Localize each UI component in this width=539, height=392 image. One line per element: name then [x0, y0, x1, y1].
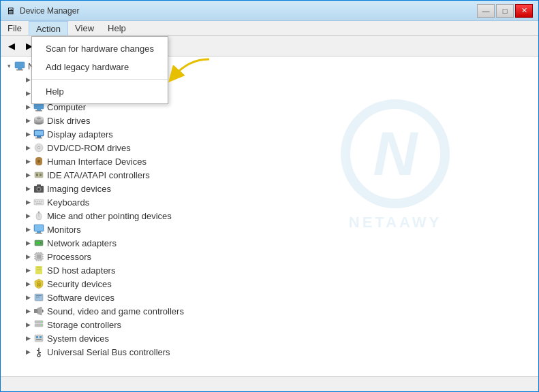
security-expand: ▶: [22, 278, 33, 289]
tree-label-network: Network adapters: [47, 238, 117, 248]
tree-item-sd[interactable]: ▶ SD host adapters: [1, 263, 538, 277]
menu-view[interactable]: View: [68, 21, 101, 35]
imaging-expand: ▶: [22, 183, 33, 194]
svg-rect-21: [35, 131, 43, 135]
root-expand-icon: ▾: [3, 61, 14, 71]
svg-rect-54: [37, 255, 41, 259]
tree-label-keyboards: Keyboards: [47, 197, 89, 208]
tree-item-processors[interactable]: ▶: [1, 250, 538, 263]
tree-label-sd: SD host adapters: [47, 265, 115, 276]
svg-rect-30: [36, 174, 38, 176]
title-bar-left: 🖥 Device Manager: [6, 5, 79, 16]
security-icon: [33, 278, 44, 289]
sd-icon: [33, 265, 44, 276]
hid-expand: ▶: [22, 156, 33, 167]
maximize-button[interactable]: □: [496, 4, 514, 18]
mice-expand: ▶: [22, 210, 33, 221]
svg-point-50: [36, 242, 37, 244]
title-bar: 🖥 Device Manager — □ ✕: [1, 1, 538, 21]
tree-item-storage[interactable]: ▶ Storage controllers: [1, 318, 538, 331]
svg-rect-40: [41, 201, 42, 202]
svg-point-34: [37, 188, 40, 191]
sd-expand: ▶: [22, 265, 33, 276]
tree-label-display: Display adapters: [47, 129, 113, 140]
tree-label-sound: Sound, video and game controllers: [47, 306, 184, 316]
close-button[interactable]: ✕: [515, 4, 533, 18]
minimize-button[interactable]: —: [477, 4, 495, 18]
svg-rect-82: [40, 336, 42, 338]
main-content: N NETAAWY ▾ NETAAWY-PC ▶: [1, 56, 538, 376]
watermark: N NETAAWY: [293, 97, 497, 233]
processors-icon: [33, 251, 44, 262]
software-icon: [33, 292, 44, 303]
tree-label-disk: Disk drives: [47, 116, 91, 126]
svg-rect-37: [35, 201, 36, 202]
svg-rect-73: [36, 295, 42, 296]
tree-item-usb[interactable]: ▶ Universal Serial Bus controllers: [1, 345, 538, 359]
system-expand: ▶: [22, 333, 33, 344]
network-icon: [33, 238, 44, 248]
device-manager-window: 🖥 Device Manager — □ ✕ File Action View …: [0, 0, 539, 392]
dropdown-help[interactable]: Help: [32, 82, 168, 101]
tree-label-system: System devices: [47, 333, 109, 344]
watermark-text: NETAAWY: [349, 214, 442, 231]
tree-label-storage: Storage controllers: [47, 320, 121, 330]
window-controls: — □ ✕: [477, 4, 533, 18]
svg-rect-85: [37, 350, 39, 351]
display-icon: [33, 129, 44, 140]
svg-rect-38: [37, 201, 38, 202]
svg-rect-47: [37, 231, 41, 233]
ide-expand: ▶: [22, 169, 33, 180]
mice-icon: [33, 210, 44, 221]
svg-rect-15: [35, 110, 42, 112]
tree-item-software[interactable]: ▶ Software devices: [1, 291, 538, 304]
dropdown-legacy[interactable]: Add legacy hardware: [32, 58, 168, 76]
tree-item-network[interactable]: ▶ Network adapters: [1, 236, 538, 250]
tree-label-monitors: Monitors: [47, 225, 81, 235]
imaging-icon: [33, 183, 44, 194]
storage-icon: [33, 319, 44, 330]
svg-rect-39: [39, 201, 40, 202]
window-icon: 🖥: [6, 5, 16, 16]
svg-point-52: [40, 242, 42, 244]
tree-item-system[interactable]: ▶ System devices: [1, 331, 538, 345]
toolbar-back-button[interactable]: ◀: [3, 38, 20, 54]
monitors-expand: ▶: [22, 224, 33, 235]
tree-label-hid: Human Interface Devices: [47, 157, 147, 167]
sound-expand: ▶: [22, 306, 33, 316]
svg-point-26: [38, 147, 40, 148]
tree-label-imaging: Imaging devices: [47, 184, 111, 194]
svg-point-79: [41, 325, 42, 326]
hid-icon: [33, 156, 44, 167]
tree-item-sound[interactable]: ▶ Sound, video and game controllers: [1, 304, 538, 318]
svg-rect-31: [40, 174, 42, 176]
menu-help[interactable]: Help: [101, 21, 133, 35]
usb-icon: [33, 346, 44, 357]
window-title: Device Manager: [20, 6, 79, 16]
processors-expand: ▶: [22, 251, 33, 262]
svg-rect-35: [37, 184, 41, 186]
svg-rect-83: [36, 339, 42, 340]
svg-rect-23: [35, 137, 42, 139]
tree-label-security: Security devices: [47, 279, 112, 289]
display-expand: ▶: [22, 129, 33, 140]
dropdown-separator: [32, 79, 168, 80]
menu-file[interactable]: File: [1, 21, 29, 35]
root-computer-icon: [14, 61, 25, 71]
keyboards-icon: [33, 197, 44, 208]
svg-point-78: [41, 321, 42, 323]
tree-label-usb: Universal Serial Bus controllers: [47, 347, 170, 357]
menu-action[interactable]: Action: [29, 21, 68, 35]
tree-label-processors: Processors: [47, 252, 91, 262]
tree-item-security[interactable]: ▶ Security devices: [1, 277, 538, 291]
svg-rect-29: [35, 172, 43, 178]
watermark-letter: N: [373, 123, 418, 184]
monitors-icon: [33, 224, 44, 235]
dropdown-scan[interactable]: Scan for hardware changes: [32, 39, 168, 58]
svg-point-19: [37, 118, 41, 120]
sound-icon: [33, 306, 44, 316]
tree-label-dvd: DVD/CD-ROM drives: [47, 143, 131, 153]
svg-rect-46: [35, 225, 43, 231]
software-expand: ▶: [22, 292, 33, 303]
tree-label-software: Software devices: [47, 293, 114, 303]
